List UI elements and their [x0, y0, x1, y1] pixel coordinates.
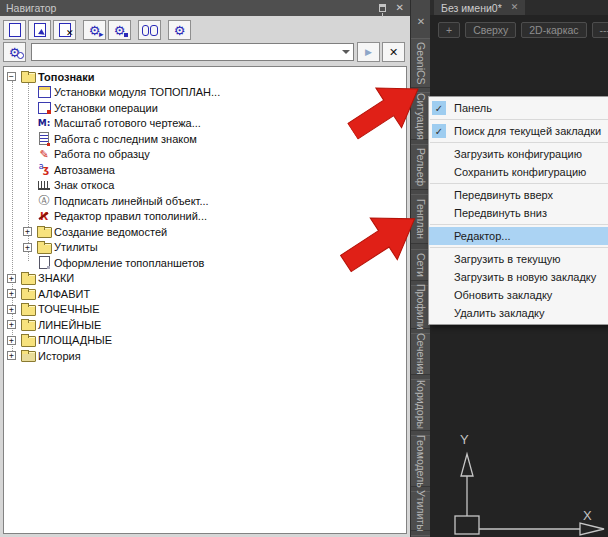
tree-item-operation-settings-label: Установки операции	[54, 102, 158, 114]
view-direction-button[interactable]: Сверху	[465, 22, 516, 38]
expand-icon[interactable]: +	[7, 336, 16, 345]
ucs-y-label: Y	[460, 432, 469, 447]
tab-secheniya[interactable]: Сечения	[411, 333, 430, 375]
new-document-button[interactable]	[3, 20, 26, 40]
menu-item-editor-label: Редактор...	[454, 230, 511, 242]
tree-item-label-linear-object[interactable]: Подписать линейный объект...	[4, 193, 406, 209]
tree-item-by-sample[interactable]: Работа по образцу	[4, 147, 406, 163]
expand-icon[interactable]: +	[7, 320, 16, 329]
tree-item-lineynye-label: ЛИНЕЙНЫЕ	[38, 319, 101, 331]
close-icon[interactable]	[511, 3, 519, 12]
tree-item-alfavit-label: АЛФАВИТ	[38, 288, 90, 300]
apply-search-button[interactable]	[357, 42, 380, 62]
tree-item-ploschadnye[interactable]: +ПЛОЩАДНЫЕ	[4, 333, 406, 349]
search-input[interactable]	[32, 45, 339, 59]
viewport-extra-button[interactable]: --- нет св	[592, 22, 608, 38]
delete-document-button[interactable]	[53, 20, 76, 40]
tree-item-topoline-rules-editor[interactable]: Редактор правил тополиний...	[4, 209, 406, 225]
menu-item-move-down[interactable]: Передвинуть вниз	[429, 204, 608, 222]
expand-icon[interactable]: +	[7, 351, 16, 360]
slope-icon	[36, 178, 52, 192]
menu-item-move-down-label: Передвинуть вниз	[454, 207, 547, 219]
navigator-search-row	[3, 42, 407, 62]
open-document-button[interactable]	[28, 20, 51, 40]
expand-icon[interactable]: +	[7, 289, 16, 298]
pin-icon[interactable]	[379, 4, 386, 12]
tree-item-tochechnye[interactable]: +ТОЧЕЧНЫЕ	[4, 302, 406, 318]
tree-item-istoriya-label: История	[38, 350, 81, 362]
menu-separator	[430, 247, 608, 248]
menu-item-load-into-current-label: Загрузить в текущую	[454, 253, 561, 265]
close-icon	[386, 45, 402, 59]
folder-icon	[36, 225, 52, 239]
ucs-x-label: X	[583, 508, 592, 523]
menu-icon-space	[432, 147, 446, 161]
tree-item-alfavit[interactable]: +АЛФАВИТ	[4, 286, 406, 302]
tree-item-autoreplace[interactable]: Автозамена	[4, 162, 406, 178]
find-button[interactable]	[138, 20, 161, 40]
auto-find-button[interactable]	[3, 42, 26, 62]
menu-icon-space	[432, 206, 446, 220]
sample-icon	[36, 147, 52, 161]
expand-icon[interactable]: +	[23, 243, 32, 252]
menu-item-panel-label: Панель	[454, 102, 492, 114]
viewport-controls: +Сверху2D-каркас--- нет св	[438, 22, 608, 38]
navigator-titlebar[interactable]: Навигатор	[0, 0, 410, 16]
navigator-title: Навигатор	[6, 2, 56, 14]
tree-item-last-sign[interactable]: Работа с последним знаком	[4, 131, 406, 147]
tab-koridory[interactable]: Коридоры	[411, 379, 430, 431]
menu-separator	[430, 119, 608, 120]
application-window: Навигатор −ТопознакиУстановки модул	[0, 0, 608, 537]
menu-item-refresh-tab[interactable]: Обновить закладку	[429, 286, 608, 304]
menu-item-delete-tab[interactable]: Удалить закладку	[429, 304, 608, 322]
tree-item-slope-sign-label: Знак откоса	[54, 179, 114, 191]
run-operation-button[interactable]	[83, 20, 106, 40]
tree-item-slope-sign[interactable]: Знак откоса	[4, 178, 406, 194]
close-icon[interactable]	[396, 3, 404, 13]
menu-item-save-configuration-label: Сохранить конфигурацию	[454, 166, 586, 178]
menu-icon-space	[432, 252, 446, 266]
menu-item-search-current-tab[interactable]: ✓Поиск для текущей закладки	[429, 122, 608, 140]
tab-geomodel[interactable]: Геомодель	[411, 435, 430, 487]
tree-item-ploschadnye-label: ПЛОЩАДНЫЕ	[38, 334, 112, 346]
tree-item-module-settings[interactable]: Установки модуля ТОПОПЛАН...	[4, 85, 406, 101]
menu-item-move-up[interactable]: Передвинуть вверх	[429, 186, 608, 204]
menu-item-editor[interactable]: Редактор...	[429, 227, 608, 245]
menu-icon-space	[432, 165, 446, 179]
menu-separator	[430, 142, 608, 143]
tab-utility[interactable]: Утилиты	[411, 491, 430, 531]
tree-item-topoznaki[interactable]: −Топознаки	[4, 69, 406, 85]
gear-icon	[172, 23, 188, 37]
open-doc-icon	[32, 23, 48, 37]
menu-item-load-configuration[interactable]: Загрузить конфигурацию	[429, 145, 608, 163]
viewport-maximize-button[interactable]: +	[438, 22, 460, 38]
menu-item-load-into-new-tab[interactable]: Загрузить в новую закладку	[429, 268, 608, 286]
chevron-down-icon[interactable]	[339, 44, 353, 60]
tree-item-lineynye[interactable]: +ЛИНЕЙНЫЕ	[4, 317, 406, 333]
close-icon[interactable]	[411, 15, 430, 29]
expand-icon[interactable]: +	[7, 305, 16, 314]
navigator-tree: −ТопознакиУстановки модуля ТОПОПЛАН...Ус…	[3, 66, 407, 534]
tree-item-znaki[interactable]: +ЗНАКИ	[4, 271, 406, 287]
menu-item-save-configuration[interactable]: Сохранить конфигурацию	[429, 163, 608, 181]
menu-item-panel[interactable]: ✓Панель	[429, 99, 608, 117]
tree-item-istoriya[interactable]: +История	[4, 348, 406, 364]
document-tab[interactable]: Без имени0*	[434, 0, 525, 15]
expand-icon[interactable]: +	[23, 227, 32, 236]
visual-style-button[interactable]: 2D-каркас	[521, 22, 586, 38]
autoreplace-icon	[36, 163, 52, 177]
tree-item-module-settings-label: Установки модуля ТОПОПЛАН...	[54, 86, 220, 98]
folder-open-icon	[20, 70, 36, 84]
search-combobox[interactable]	[31, 43, 354, 61]
settings-button[interactable]	[168, 20, 191, 40]
collapse-icon[interactable]: −	[7, 72, 16, 81]
clear-search-button[interactable]	[382, 42, 405, 62]
tree-item-utilities-label: Утилиты	[54, 241, 98, 253]
tree-item-topoline-rules-editor-label: Редактор правил тополиний...	[54, 210, 207, 222]
menu-item-load-into-current[interactable]: Загрузить в текущую	[429, 250, 608, 268]
expand-icon[interactable]: +	[7, 274, 16, 283]
history-icon	[20, 349, 36, 363]
save-settings-button[interactable]	[108, 20, 131, 40]
m-scale-icon	[36, 116, 52, 130]
form-yellow-icon	[36, 85, 52, 99]
